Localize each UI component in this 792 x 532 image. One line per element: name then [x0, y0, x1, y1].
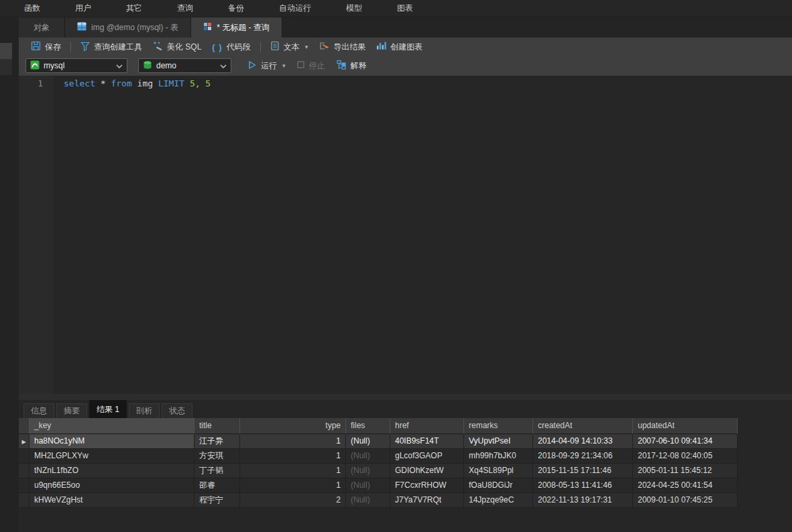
table-cell[interactable]: 2009-01-10 07:45:25	[633, 493, 738, 508]
table-cell[interactable]: 丁子韬	[194, 464, 240, 478]
table-cell[interactable]: 邵睿	[194, 478, 240, 493]
table-cell[interactable]: MH2LGPLXYw	[30, 449, 194, 464]
tab-objects[interactable]: 对象	[19, 17, 65, 38]
table-cell[interactable]: 2018-09-29 21:34:06	[533, 449, 633, 464]
code-snippet-button[interactable]: ( ) 代码段	[207, 39, 256, 55]
table-row[interactable]: ▶ha8NOc1yNM江子异1(Null)40IB9sF14TVyUpvtPse…	[19, 434, 792, 449]
document-tabs: 对象 img @demo (mysql) - 表 * 无标题 - 查询	[19, 17, 792, 38]
table-cell[interactable]: 2008-05-13 11:41:46	[533, 478, 633, 493]
table-cell[interactable]: 江子异	[194, 434, 240, 449]
table-cell[interactable]: Xq4SL89Ppl	[464, 464, 533, 478]
column-header[interactable]: type	[240, 418, 346, 434]
table-cell[interactable]: 程宇宁	[194, 493, 240, 508]
table-cell[interactable]: 2007-06-10 09:41:34	[633, 434, 738, 449]
column-header[interactable]: updatedAt	[633, 418, 738, 434]
result-tab[interactable]: 剖析	[129, 403, 160, 418]
explain-icon	[336, 60, 347, 72]
table-cell[interactable]: (Null)	[346, 478, 390, 493]
table-cell[interactable]: (Null)	[346, 449, 390, 464]
explain-button[interactable]: 解释	[331, 58, 372, 74]
tab-query-untitled[interactable]: * 无标题 - 查询	[191, 17, 282, 38]
connection-select[interactable]: mysql	[25, 58, 127, 73]
menu-item[interactable]: 用户	[58, 3, 109, 14]
table-cell[interactable]: fOaU8DGiJr	[464, 478, 533, 493]
menu-item[interactable]: 其它	[109, 3, 160, 14]
result-pane-tabs: 信息摘要结果 1剖析状态	[19, 400, 792, 418]
column-header[interactable]: title	[194, 418, 240, 434]
table-cell[interactable]: 2015-11-15 17:11:46	[533, 464, 633, 478]
play-icon	[247, 60, 257, 72]
table-row[interactable]: MH2LGPLXYw方安琪1(Null)gLcof3GAOPmh99h7bJK0…	[19, 449, 792, 464]
table-cell[interactable]: J7Ya7V7RQt	[390, 493, 464, 508]
row-marker	[19, 478, 30, 493]
table-row[interactable]: tNZnL1fbZO丁子韬1(Null)GDIOhKzetWXq4SL89Ppl…	[19, 464, 792, 478]
table-cell[interactable]: 2	[240, 493, 346, 508]
menu-item[interactable]: 图表	[380, 3, 431, 14]
table-cell[interactable]: (Null)	[346, 464, 390, 478]
table-cell[interactable]: kHWeVZgHst	[30, 493, 194, 508]
sql-code-line[interactable]: select * from img LIMIT 5, 5	[54, 76, 211, 394]
magic-wand-icon	[153, 41, 163, 53]
table-cell[interactable]: 40IB9sF14T	[390, 434, 464, 449]
result-tab[interactable]: 信息	[23, 403, 54, 418]
table-cell[interactable]: VyUpvtPseI	[464, 434, 533, 449]
column-header[interactable]: files	[346, 418, 390, 434]
menu-item[interactable]: 模型	[329, 3, 380, 14]
table-cell[interactable]: u9qn66E5oo	[30, 478, 194, 493]
column-header[interactable]: remarks	[464, 418, 533, 434]
mysql-icon	[30, 60, 40, 72]
text-view-button[interactable]: 文本 ▾	[265, 39, 314, 55]
table-cell[interactable]: 14Jpzqe9eC	[464, 493, 533, 508]
result-tab[interactable]: 摘要	[56, 403, 87, 418]
sql-token: *	[95, 78, 111, 88]
table-cell[interactable]: 2024-04-25 00:41:54	[633, 478, 738, 493]
table-cell[interactable]: 1	[240, 478, 346, 493]
stop-button[interactable]: 停止	[291, 58, 331, 74]
query-builder-button[interactable]: 查询创建工具	[75, 39, 148, 55]
table-row[interactable]: u9qn66E5oo邵睿1(Null)F7CcxrRHOWfOaU8DGiJr2…	[19, 478, 792, 493]
menu-item[interactable]: 函数	[7, 3, 58, 14]
collapsed-left-pane	[0, 17, 19, 532]
table-cell[interactable]: mh99h7bJK0	[464, 449, 533, 464]
tab-table-img[interactable]: img @demo (mysql) - 表	[65, 17, 191, 38]
sql-token: img	[132, 78, 158, 88]
column-header[interactable]: createdAt	[533, 418, 633, 434]
line-number: 1	[38, 78, 43, 88]
menu-bar: 视图 函数用户其它查询备份自动运行模型图表	[0, 0, 792, 17]
menu-item-clipped[interactable]: 视图	[0, 3, 7, 14]
database-select[interactable]: demo	[138, 58, 231, 73]
menu-item[interactable]: 查询	[160, 3, 211, 14]
table-cell[interactable]: GDIOhKzetW	[390, 464, 464, 478]
sql-token	[184, 78, 190, 88]
save-button[interactable]: 保存	[25, 39, 66, 55]
table-cell[interactable]: 2017-12-08 02:40:05	[633, 449, 738, 464]
table-cell[interactable]: gLcof3GAOP	[390, 449, 464, 464]
table-cell[interactable]: 1	[240, 434, 346, 449]
database-icon	[143, 60, 152, 72]
menu-item[interactable]: 备份	[211, 3, 262, 14]
result-tab[interactable]: 结果 1	[89, 400, 127, 418]
sql-editor[interactable]: 1 select * from img LIMIT 5, 5	[19, 76, 792, 394]
column-header[interactable]: href	[390, 418, 464, 434]
table-cell[interactable]: ha8NOc1yNM	[30, 434, 194, 449]
table-cell[interactable]: (Null)	[346, 434, 390, 449]
beautify-sql-button[interactable]: 美化 SQL	[148, 39, 207, 55]
table-cell[interactable]: 1	[240, 464, 346, 478]
result-tab[interactable]: 状态	[162, 403, 192, 418]
create-chart-button[interactable]: 创建图表	[371, 39, 428, 55]
run-button[interactable]: 运行 ▾	[242, 58, 291, 74]
table-cell[interactable]: 2022-11-13 19:17:31	[533, 493, 633, 508]
menu-item[interactable]: 自动运行	[262, 3, 329, 14]
table-cell[interactable]: (Null)	[346, 493, 390, 508]
table-cell[interactable]: tNZnL1fbZO	[30, 464, 194, 478]
table-cell[interactable]: 2014-04-09 14:10:33	[533, 434, 633, 449]
table-cell[interactable]: F7CcxrRHOW	[390, 478, 464, 493]
column-header[interactable]: _key	[30, 418, 194, 434]
row-marker-header	[19, 418, 30, 434]
table-cell[interactable]: 2005-01-11 15:45:12	[633, 464, 738, 478]
export-result-button[interactable]: 导出结果	[313, 39, 371, 55]
table-cell[interactable]: 1	[240, 449, 346, 464]
table-cell[interactable]: 方安琪	[194, 449, 240, 464]
pane-splitter[interactable]	[19, 394, 792, 400]
table-row[interactable]: kHWeVZgHst程宇宁2(Null)J7Ya7V7RQt14Jpzqe9eC…	[19, 493, 792, 508]
